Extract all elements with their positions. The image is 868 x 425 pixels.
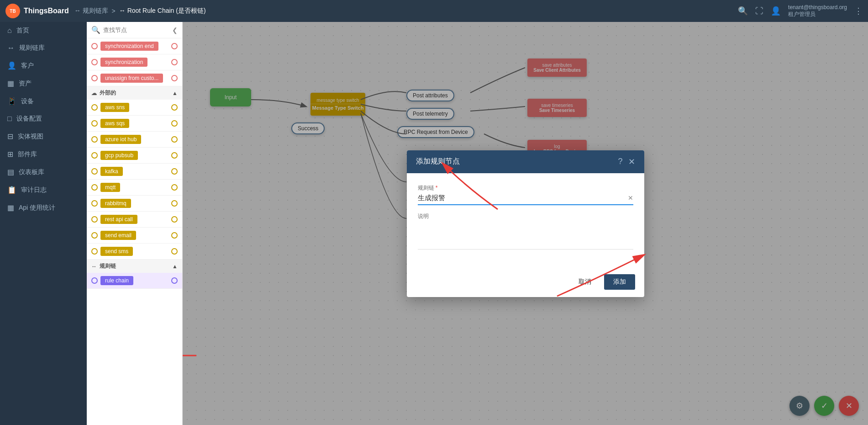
list-item-send-sms[interactable]: send sms: [87, 244, 182, 260]
sidebar-item-rule-chain[interactable]: ↔ 规则链库: [0, 39, 87, 57]
assets-icon: ▦: [7, 79, 14, 88]
list-item-kafka[interactable]: kafka: [87, 164, 182, 180]
node-handle: [91, 232, 98, 239]
rule-chain-input-row: 生成报警 ✕: [418, 194, 633, 205]
list-item-gcp-pubsub[interactable]: gcp pubsub: [87, 148, 182, 164]
sidebar-label-audit-logs: 审计日志: [21, 186, 47, 194]
menu-icon[interactable]: ⋮: [854, 6, 863, 16]
node-badge: rest api call: [100, 215, 137, 224]
sidebar-label-api-stats: Api 使用统计: [19, 204, 55, 212]
dashboards-icon: ▤: [7, 168, 14, 176]
node-handle: [91, 277, 98, 284]
list-item-aws-sns[interactable]: aws sns: [87, 100, 182, 116]
list-item-rest-api-call[interactable]: rest api call: [87, 212, 182, 228]
node-badge: aws sqs: [100, 119, 129, 128]
avatar[interactable]: 👤: [771, 6, 781, 16]
list-item-rabbitmq[interactable]: rabbitmq: [87, 196, 182, 212]
add-button[interactable]: 添加: [604, 274, 635, 290]
sidebar-item-home[interactable]: ⌂ 首页: [0, 22, 87, 39]
audit-logs-icon: 📋: [7, 186, 16, 194]
node-handle: [91, 120, 98, 127]
list-item-azure-iot-hub[interactable]: azure iot hub: [87, 132, 182, 148]
sidebar-label-device-profiles: 设备配置: [16, 115, 42, 123]
description-label-text: 说明: [418, 213, 429, 219]
section-external[interactable]: ☁ 外部的 ▲: [87, 86, 182, 100]
device-profiles-icon: □: [7, 115, 12, 123]
rule-chain-section-icon: ↔: [91, 263, 97, 270]
dialog-title: 添加规则节点: [416, 157, 460, 166]
node-badge: rabbitmq: [100, 199, 131, 208]
sidebar-label-assets: 资产: [19, 80, 32, 88]
dialog-overlay: 添加规则节点 ? ✕ 规则链 * 生成报警 ✕: [183, 22, 868, 425]
node-handle-right: [171, 59, 178, 65]
rule-chain-icon: ↔: [7, 44, 15, 52]
sidebar-label-rule-chain: 规则链库: [19, 44, 45, 52]
topbar: TB ThingsBoard ↔ 规则链库 > ↔ Root Rule Chai…: [0, 0, 868, 22]
sidebar-item-dashboards[interactable]: ▤ 仪表板库: [0, 163, 87, 181]
list-item-mqtt[interactable]: mqtt: [87, 180, 182, 196]
sidebar-item-entity-views[interactable]: ⊟ 实体视图: [0, 128, 87, 145]
node-handle-right: [171, 200, 178, 207]
collapse-panel-btn[interactable]: ❮: [172, 27, 178, 34]
user-info: tenant@thingsboard.org 租户管理员: [788, 4, 847, 18]
node-badge-unassign: unassign from custo...: [100, 74, 163, 83]
sidebar-item-customers[interactable]: 👤 客户: [0, 57, 87, 74]
sidebar-label-entity-views: 实体视图: [18, 133, 43, 141]
node-handle-right: [171, 152, 178, 159]
node-badge: azure iot hub: [100, 135, 141, 144]
customers-icon: 👤: [7, 61, 16, 70]
logo-icon: TB: [5, 4, 20, 18]
node-badge: mqtt: [100, 183, 120, 192]
node-handle: [91, 104, 98, 111]
rule-chain-value: 生成报警: [418, 194, 628, 202]
label-text: 规则链: [418, 185, 434, 191]
node-handle: [91, 248, 98, 255]
search-icon[interactable]: 🔍: [738, 6, 748, 16]
node-handle: [91, 59, 98, 65]
sidebar-item-assets[interactable]: ▦ 资产: [0, 74, 87, 92]
topbar-right: 🔍 ⛶ 👤 tenant@thingsboard.org 租户管理员 ⋮: [738, 4, 863, 18]
section-rule-chain-label: 规则链: [100, 262, 116, 270]
node-handle: [91, 75, 98, 81]
dialog-help-icon[interactable]: ?: [618, 157, 622, 166]
list-item-aws-sqs[interactable]: aws sqs: [87, 116, 182, 132]
node-badge: send email: [100, 231, 136, 240]
sidebar-item-devices[interactable]: 📱 设备: [0, 92, 87, 110]
breadcrumb: ↔ 规则链库 > ↔ Root Rule Chain (是否根链): [74, 7, 206, 15]
list-item-rule-chain[interactable]: rule chain: [87, 273, 182, 289]
app-name: ThingsBoard: [24, 7, 69, 15]
node-badge-sync-end: synchronization end: [100, 42, 158, 51]
section-rule-chain[interactable]: ↔ 规则链 ▲: [87, 260, 182, 273]
list-item-unassign[interactable]: unassign from custo...: [87, 70, 182, 86]
user-role: 租户管理员: [788, 11, 847, 18]
chevron-up-icon: ▲: [172, 90, 178, 96]
dialog-header: 添加规则节点 ? ✕: [407, 150, 644, 173]
rule-chain-field: 规则链 * 生成报警 ✕: [418, 184, 633, 205]
sidebar-item-audit-logs[interactable]: 📋 审计日志: [0, 181, 87, 199]
search-input[interactable]: [103, 27, 169, 33]
list-item-sync-start[interactable]: synchronization: [87, 54, 182, 70]
left-panel: 🔍 ❮ synchronization end synchronization …: [87, 22, 183, 425]
description-textarea[interactable]: [418, 222, 633, 250]
required-marker: *: [436, 185, 438, 191]
node-badge-rule-chain: rule chain: [100, 276, 133, 285]
node-badge: kafka: [100, 167, 123, 176]
sidebar-item-device-profiles[interactable]: □ 设备配置: [0, 110, 87, 128]
sidebar-item-api-stats[interactable]: ▦ Api 使用统计: [0, 199, 87, 217]
canvas-area[interactable]: Input message type switch Message Type S…: [183, 22, 868, 425]
rule-chain-clear-btn[interactable]: ✕: [628, 194, 633, 202]
dialog-body: 规则链 * 生成报警 ✕ 说明: [407, 173, 644, 270]
home-icon: ⌂: [7, 27, 12, 35]
breadcrumb-part2: ↔ Root Rule Chain (是否根链): [119, 7, 206, 15]
expand-icon[interactable]: ⛶: [755, 6, 763, 16]
node-handle-right: [171, 277, 178, 284]
cancel-button[interactable]: 取消: [571, 274, 599, 290]
sidebar-item-widgets[interactable]: ⊞ 部件库: [0, 145, 87, 163]
node-handle-right: [171, 104, 178, 111]
section-external-label: 外部的: [100, 89, 116, 97]
node-handle-right: [171, 43, 178, 49]
dialog-close-icon[interactable]: ✕: [628, 157, 635, 167]
list-item-send-email[interactable]: send email: [87, 228, 182, 244]
svg-text:TB: TB: [10, 9, 16, 14]
list-item-sync-end[interactable]: synchronization end: [87, 38, 182, 54]
